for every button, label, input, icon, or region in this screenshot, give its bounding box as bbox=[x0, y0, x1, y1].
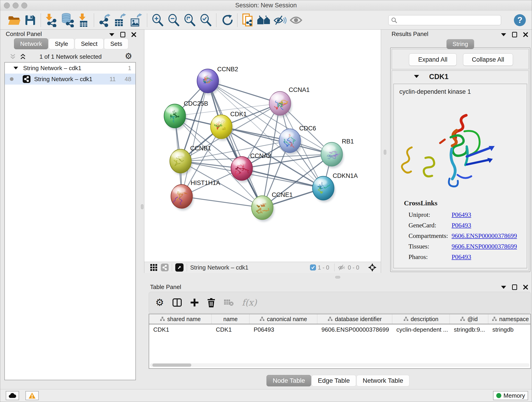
expand-all-button[interactable]: Expand All bbox=[409, 53, 457, 66]
node-CCNE1[interactable] bbox=[252, 196, 274, 222]
edge-HIST1H1A-CCNE1[interactable] bbox=[182, 196, 262, 208]
export-network-button[interactable] bbox=[96, 13, 113, 28]
column-header--id[interactable]: @id bbox=[450, 314, 488, 324]
network-row-selected[interactable]: String Network – cdk1 11 48 bbox=[5, 74, 135, 85]
cell[interactable]: cyclin-dependent ... bbox=[392, 326, 450, 333]
panel-collapse-icon[interactable] bbox=[501, 286, 506, 289]
cell[interactable]: stringdb:9... bbox=[450, 326, 488, 333]
network-share-view-icon[interactable] bbox=[161, 264, 169, 271]
panel-close-icon[interactable] bbox=[131, 32, 136, 37]
node-RB1[interactable] bbox=[321, 142, 344, 168]
zoom-in-button[interactable] bbox=[150, 13, 166, 28]
cell[interactable]: CDK1 bbox=[212, 326, 249, 333]
network-canvas[interactable]: CCNB2CCNA1CDC25BCDK1CDC6RB1CCNB1CCNA2CDK… bbox=[144, 30, 381, 262]
splitter-handle-left[interactable] bbox=[141, 204, 143, 209]
memory-button[interactable]: Memory bbox=[493, 391, 528, 400]
status-bar: Memory bbox=[0, 389, 532, 402]
import-network-database-button[interactable] bbox=[59, 13, 75, 28]
collapse-all-button[interactable]: Collapse All bbox=[463, 53, 513, 66]
node-CCNB2[interactable] bbox=[197, 69, 220, 95]
crosslink-label: Tissues: bbox=[409, 243, 429, 250]
crosslink-value-link[interactable]: P06493 bbox=[452, 222, 471, 229]
column-header-namespace[interactable]: namespace bbox=[488, 314, 531, 324]
export-table-button[interactable] bbox=[113, 13, 128, 28]
column-header-database-identifier[interactable]: database identifier bbox=[317, 314, 392, 324]
table-row[interactable]: CDK1CDK1P064939606.ENSP00000378699cyclin… bbox=[149, 324, 530, 335]
crosshair-icon[interactable] bbox=[368, 263, 377, 272]
cell[interactable]: stringdb bbox=[488, 326, 531, 333]
zoom-selected-button[interactable] bbox=[198, 13, 214, 28]
zoom-fit-button[interactable] bbox=[182, 13, 198, 28]
tab-node-table[interactable]: Node Table bbox=[266, 375, 311, 386]
import-table-file-button[interactable] bbox=[75, 13, 91, 28]
panel-collapse-icon[interactable] bbox=[501, 33, 506, 36]
tab-select[interactable]: Select bbox=[75, 38, 104, 49]
cell[interactable]: P06493 bbox=[249, 326, 317, 333]
selected-checkbox-icon[interactable] bbox=[310, 264, 316, 270]
tab-network[interactable]: Network bbox=[14, 38, 48, 49]
node-CDC6[interactable] bbox=[279, 129, 302, 155]
tab-sets[interactable]: Sets bbox=[104, 38, 128, 49]
splitter-handle-bottom[interactable] bbox=[335, 276, 340, 279]
open-session-button[interactable] bbox=[6, 13, 22, 28]
birdseye-view-icon[interactable] bbox=[175, 263, 184, 272]
node-CCNA1[interactable] bbox=[269, 91, 292, 117]
node-HIST1H1A[interactable] bbox=[171, 185, 194, 211]
cell[interactable]: CDK1 bbox=[149, 326, 212, 333]
import-network-file-button[interactable] bbox=[43, 13, 59, 28]
column-header-name[interactable]: name bbox=[212, 314, 249, 324]
node-CDKN1A[interactable] bbox=[312, 176, 335, 202]
gene-section-header[interactable]: CDK1 bbox=[392, 71, 529, 83]
crosslink-row: GeneCard:P06493 bbox=[409, 220, 522, 231]
edge-CCNB2-CCNE1[interactable] bbox=[208, 81, 262, 208]
export-image-button[interactable] bbox=[128, 13, 145, 28]
column-label: database identifier bbox=[335, 316, 382, 322]
panel-close-icon[interactable] bbox=[523, 285, 528, 290]
cloud-button[interactable] bbox=[6, 391, 19, 400]
zoom-out-button[interactable] bbox=[166, 13, 182, 28]
tab-string[interactable]: String bbox=[447, 39, 474, 49]
crosslink-value-link[interactable]: 9606.ENSP00000378699 bbox=[452, 232, 517, 240]
save-session-button[interactable] bbox=[22, 13, 38, 28]
panel-float-icon[interactable] bbox=[512, 32, 517, 37]
panel-close-icon[interactable] bbox=[523, 32, 528, 37]
panel-float-icon[interactable] bbox=[512, 284, 517, 290]
copy-network-icon bbox=[242, 13, 254, 27]
gear-icon[interactable]: ⚙ bbox=[125, 52, 132, 60]
section-expander-icon[interactable] bbox=[414, 75, 419, 78]
column-header-description[interactable]: description bbox=[392, 314, 450, 324]
splitter-handle-right[interactable] bbox=[384, 150, 386, 155]
column-header-canonical-name[interactable]: canonical name bbox=[249, 314, 317, 324]
expand-collapse-box: Expand All Collapse All bbox=[392, 49, 529, 70]
hide-selected-button[interactable] bbox=[272, 13, 288, 28]
network-collection-row[interactable]: String Network – cdk1 1 bbox=[5, 63, 135, 74]
tab-style[interactable]: Style bbox=[49, 38, 74, 49]
delete-icon[interactable] bbox=[207, 298, 215, 307]
horizontal-scrollbar[interactable] bbox=[150, 363, 530, 367]
crosslink-value-link[interactable]: 9606.ENSP00000378699 bbox=[452, 243, 517, 250]
apply-layout-button[interactable] bbox=[219, 13, 235, 28]
panel-float-icon[interactable] bbox=[120, 32, 125, 37]
node-CDC25B[interactable] bbox=[164, 104, 187, 130]
tree-expander-icon[interactable] bbox=[13, 67, 18, 70]
show-hidden-button[interactable] bbox=[288, 13, 304, 28]
grid-view-icon[interactable] bbox=[150, 264, 157, 271]
scrollbar-thumb[interactable] bbox=[152, 364, 191, 367]
node-CDK1[interactable] bbox=[210, 115, 233, 141]
search-input[interactable] bbox=[388, 15, 501, 25]
tab-network-table[interactable]: Network Table bbox=[356, 375, 409, 386]
show-all-nodes-button[interactable] bbox=[256, 13, 272, 28]
clone-network-button[interactable] bbox=[240, 13, 256, 28]
column-header-shared-name[interactable]: shared name bbox=[149, 314, 212, 324]
cell[interactable]: 9606.ENSP00000378699 bbox=[317, 326, 392, 333]
help-button[interactable]: ? bbox=[514, 14, 526, 26]
crosslink-value-link[interactable]: P06493 bbox=[452, 211, 471, 218]
warnings-button[interactable] bbox=[25, 391, 39, 400]
tab-edge-table[interactable]: Edge Table bbox=[312, 375, 356, 386]
show-columns-icon[interactable] bbox=[172, 298, 182, 307]
search-field-wrap bbox=[388, 15, 501, 25]
crosslink-value-link[interactable]: P06493 bbox=[452, 253, 471, 261]
add-column-icon[interactable] bbox=[190, 298, 199, 307]
panel-collapse-icon[interactable] bbox=[109, 33, 114, 36]
table-settings-icon[interactable]: ⚙ bbox=[155, 298, 164, 307]
